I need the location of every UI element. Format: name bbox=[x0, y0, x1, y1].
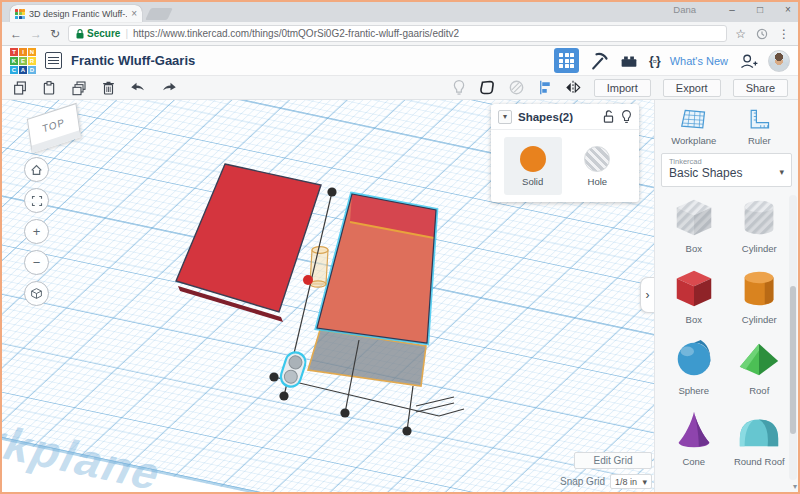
lock-icon bbox=[76, 29, 84, 39]
tab-strip: 3D design Frantic Wluff-... × Dana – □ × bbox=[2, 2, 798, 22]
browser-window: 3D design Frantic Wluff-... × Dana – □ ×… bbox=[0, 0, 800, 494]
shape-category-select[interactable]: Tinkercad Basic Shapes ▾ bbox=[661, 153, 792, 187]
scrollbar-thumb[interactable] bbox=[790, 286, 796, 434]
close-button[interactable]: × bbox=[782, 4, 794, 15]
add-user-icon[interactable] bbox=[738, 52, 758, 70]
hole-swatch bbox=[584, 146, 610, 172]
selected-box[interactable] bbox=[317, 194, 436, 343]
duplicate-icon[interactable] bbox=[70, 80, 88, 96]
address-bar: ← → ↻ Secure | https://www.tinkercad.com… bbox=[2, 22, 798, 46]
back-icon[interactable]: ← bbox=[10, 27, 22, 41]
view-controls: + − bbox=[24, 157, 49, 306]
zoom-in-button[interactable]: + bbox=[24, 219, 49, 244]
home-view-button[interactable] bbox=[24, 157, 49, 182]
browser-menu-icon[interactable]: ⋮ bbox=[778, 27, 790, 41]
bookmark-star-icon[interactable]: ☆ bbox=[735, 27, 746, 41]
sidebar-scrollbar[interactable] bbox=[789, 195, 797, 480]
minecraft-pickaxe-icon[interactable] bbox=[589, 51, 609, 71]
tab-close-icon[interactable]: × bbox=[131, 9, 137, 19]
blocks-view-button[interactable] bbox=[554, 48, 579, 73]
inspector-collapse-button[interactable]: ▾ bbox=[498, 110, 512, 124]
maximize-button[interactable]: □ bbox=[754, 4, 766, 15]
scroll-down-icon[interactable]: ▾ bbox=[793, 482, 797, 491]
zoom-out-button[interactable]: − bbox=[24, 250, 49, 275]
snap-grid-select[interactable]: 1/8 in ▾ bbox=[610, 474, 652, 489]
extension-icon[interactable] bbox=[756, 28, 768, 40]
perspective-toggle-button[interactable] bbox=[24, 281, 49, 306]
design-canvas[interactable]: Workplane bbox=[2, 100, 654, 492]
tinkercad-logo[interactable]: TIN KER CAD bbox=[10, 48, 36, 74]
delete-icon[interactable] bbox=[101, 80, 116, 96]
design-properties-icon[interactable] bbox=[45, 52, 62, 69]
browser-tab[interactable]: 3D design Frantic Wluff-... × bbox=[10, 5, 142, 22]
snap-grid-value: 1/8 in bbox=[615, 477, 637, 487]
reload-icon[interactable]: ↻ bbox=[50, 27, 60, 41]
forward-icon[interactable]: → bbox=[30, 27, 42, 41]
export-button[interactable]: Export bbox=[663, 79, 721, 97]
shape-cylinder[interactable]: Cylinder bbox=[727, 266, 793, 325]
app-header: TIN KER CAD Frantic Wluff-Gaaris {▫} Wha… bbox=[2, 46, 798, 76]
minimize-button[interactable]: – bbox=[726, 4, 738, 15]
ruler-label: Ruler bbox=[748, 135, 771, 146]
design-title: Frantic Wluff-Gaaris bbox=[71, 53, 195, 68]
view-cube-top-label: TOP bbox=[42, 116, 66, 134]
visibility-bulb-icon[interactable] bbox=[621, 109, 632, 124]
whats-new-link[interactable]: What's New bbox=[670, 55, 728, 67]
profile-name: Dana bbox=[673, 4, 696, 15]
shape-sphere[interactable]: Sphere bbox=[661, 337, 727, 396]
tab-title: 3D design Frantic Wluff-... bbox=[29, 9, 127, 19]
mirror-icon[interactable] bbox=[564, 79, 582, 96]
url-field[interactable]: Secure | https://www.tinkercad.com/thing… bbox=[68, 25, 727, 42]
ruler-origin-handle[interactable] bbox=[278, 350, 308, 389]
ruler-tool[interactable]: Ruler bbox=[727, 108, 793, 146]
avatar[interactable] bbox=[768, 50, 790, 72]
undo-icon[interactable] bbox=[129, 81, 147, 95]
copy-icon[interactable] bbox=[12, 80, 28, 96]
show-all-icon[interactable] bbox=[452, 79, 466, 96]
solid-mode-icon[interactable] bbox=[478, 79, 496, 96]
solid-material-tile[interactable]: Solid bbox=[504, 137, 562, 195]
paste-icon[interactable] bbox=[41, 80, 57, 96]
hole-material-tile[interactable]: Hole bbox=[568, 137, 626, 195]
shapes-inspector-panel: ▾ Shapes(2) Solid Hole bbox=[491, 104, 639, 202]
workplane-label: Workplane bbox=[671, 135, 716, 146]
new-tab-button[interactable] bbox=[145, 8, 173, 20]
category-value: Basic Shapes bbox=[669, 166, 784, 180]
hole-mode-icon[interactable] bbox=[508, 79, 525, 96]
sidebar-collapse-handle[interactable]: › bbox=[640, 277, 654, 313]
edit-toolbar: Import Export Share bbox=[2, 76, 798, 100]
ruler-icon bbox=[746, 108, 772, 132]
snap-grid-caret-icon: ▾ bbox=[642, 477, 647, 487]
shape-roof[interactable]: Roof bbox=[727, 337, 793, 396]
tinkercad-favicon bbox=[15, 9, 25, 19]
category-caret-icon: ▾ bbox=[779, 167, 784, 177]
solid-label: Solid bbox=[522, 176, 543, 187]
shapes-sidebar: Workplane Ruler Tinkercad Basic Shapes ▾ bbox=[654, 100, 798, 492]
category-brand-label: Tinkercad bbox=[669, 157, 784, 166]
workplane-icon bbox=[680, 108, 708, 132]
midpoint-handle[interactable] bbox=[303, 275, 313, 285]
align-icon[interactable] bbox=[537, 79, 552, 96]
url-separator: | bbox=[125, 28, 128, 39]
share-button[interactable]: Share bbox=[733, 79, 788, 97]
shape-box[interactable]: Box bbox=[661, 266, 727, 325]
inspector-title: Shapes(2) bbox=[518, 111, 596, 123]
grid-icon bbox=[559, 53, 574, 68]
codeblocks-icon[interactable]: {▫} bbox=[649, 54, 660, 68]
secure-badge: Secure bbox=[76, 28, 120, 39]
redo-icon[interactable] bbox=[160, 81, 178, 95]
lego-brick-icon[interactable] bbox=[619, 52, 639, 70]
unlock-icon[interactable] bbox=[602, 109, 615, 124]
red-box[interactable] bbox=[176, 164, 321, 312]
snap-grid-label: Snap Grid bbox=[560, 476, 605, 487]
workplane-tool[interactable]: Workplane bbox=[661, 108, 727, 146]
fit-view-button[interactable] bbox=[24, 188, 49, 213]
edit-grid-button[interactable]: Edit Grid bbox=[574, 452, 652, 469]
shape-cone[interactable]: Cone bbox=[661, 408, 727, 467]
url-text: https://www.tinkercad.com/things/0tmQOrS… bbox=[133, 28, 459, 39]
shape-round-roof[interactable]: Round Roof bbox=[727, 408, 793, 467]
shape-hole-box[interactable]: Box bbox=[661, 195, 727, 254]
solid-color-swatch bbox=[520, 146, 546, 172]
shape-hole-cylinder[interactable]: Cylinder bbox=[727, 195, 793, 254]
import-button[interactable]: Import bbox=[594, 79, 651, 97]
